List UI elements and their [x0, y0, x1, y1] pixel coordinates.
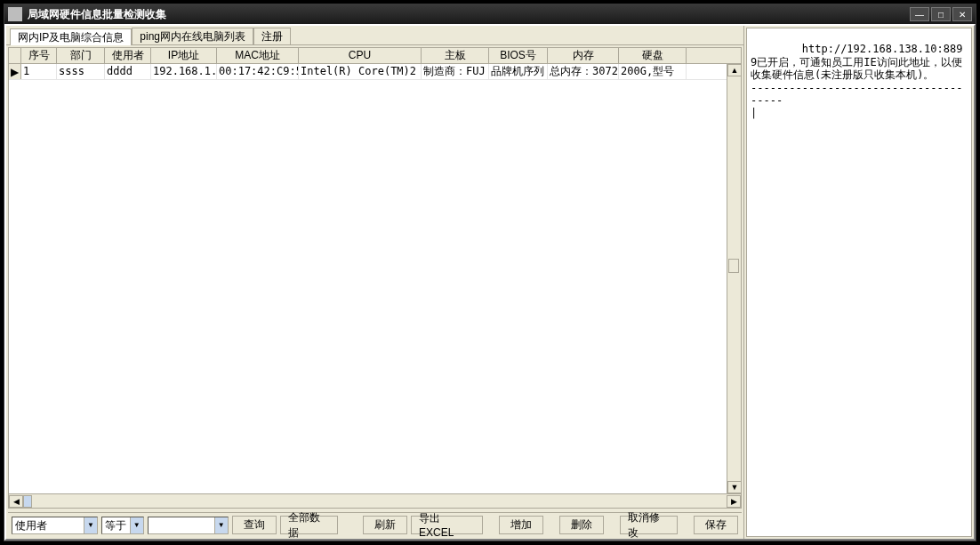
cell[interactable]: 总内存：3072	[548, 64, 619, 80]
filter-field-combo[interactable]: 使用者 ▼	[12, 517, 98, 534]
column-header[interactable]	[9, 48, 21, 64]
column-header[interactable]: 硬盘	[619, 48, 687, 64]
horizontal-scrollbar[interactable]: ◀ ▶	[9, 493, 741, 508]
tab-register[interactable]: 注册	[253, 28, 291, 44]
column-header[interactable]: 主板	[422, 48, 489, 64]
row-indicator-icon: ▶	[9, 64, 21, 79]
app-icon	[8, 7, 22, 21]
column-header[interactable]: 内存	[548, 48, 619, 64]
column-header[interactable]: 使用者	[105, 48, 151, 64]
filter-op-value: 等于	[102, 517, 130, 533]
add-button[interactable]: 增加	[499, 516, 543, 534]
log-text: http://192.168.138.10:8899已开启，可通知员工用IE访问…	[751, 43, 962, 119]
tab-ping-list[interactable]: ping网内在线电脑列表	[132, 28, 253, 44]
cell[interactable]: 1	[21, 64, 57, 80]
column-header[interactable]: IP地址	[151, 48, 217, 64]
cell[interactable]: 192.168.1.10	[151, 64, 217, 80]
refresh-button[interactable]: 刷新	[363, 516, 407, 534]
query-button[interactable]: 查询	[232, 516, 277, 534]
filter-value-text	[149, 517, 214, 533]
scroll-left-button[interactable]: ◀	[9, 495, 23, 508]
cell[interactable]: 制造商：FUJ	[422, 64, 489, 80]
all-data-button[interactable]: 全部数据	[280, 516, 339, 534]
scroll-up-button[interactable]: ▲	[727, 64, 742, 76]
data-grid[interactable]: 序号部门使用者IP地址MAC地址CPU主板BIOS号内存硬盘 ▶1ssssddd…	[8, 47, 742, 509]
titlebar: 局域网硬件信息批量检测收集 — □ ✕	[4, 4, 976, 24]
tab-row: 网内IP及电脑综合信息 ping网内在线电脑列表 注册	[6, 26, 743, 45]
window-title: 局域网硬件信息批量检测收集	[28, 7, 910, 22]
cell[interactable]: 品牌机序列	[489, 64, 548, 80]
column-header[interactable]: BIOS号	[489, 48, 548, 64]
log-panel[interactable]: http://192.168.138.10:8899已开启，可通知员工用IE访问…	[746, 28, 972, 537]
bottom-toolbar: 使用者 ▼ 等于 ▼ ▼ 查询 全部数据 刷新 导出EXCEL	[8, 512, 742, 537]
cell[interactable]: 00:17:42:C9:57	[217, 64, 299, 80]
column-header[interactable]: MAC地址	[217, 48, 299, 64]
column-header[interactable]: 部门	[57, 48, 105, 64]
export-excel-button[interactable]: 导出EXCEL	[411, 516, 483, 534]
vertical-scrollbar[interactable]: ▲ ▼	[727, 64, 741, 493]
save-button[interactable]: 保存	[694, 516, 738, 534]
cancel-edit-button[interactable]: 取消修改	[620, 516, 679, 534]
scroll-down-button[interactable]: ▼	[727, 481, 742, 493]
grid-header: 序号部门使用者IP地址MAC地址CPU主板BIOS号内存硬盘	[9, 48, 741, 64]
scroll-thumb[interactable]	[728, 259, 739, 273]
cell[interactable]: 200G,型号	[619, 64, 687, 80]
filter-op-combo[interactable]: 等于 ▼	[101, 517, 144, 534]
chevron-down-icon[interactable]: ▼	[84, 517, 97, 533]
scroll-right-button[interactable]: ▶	[727, 495, 741, 508]
cell[interactable]: dddd	[105, 64, 151, 80]
minimize-button[interactable]: —	[910, 7, 929, 21]
grid-body[interactable]: ▶1ssssdddd192.168.1.1000:17:42:C9:57Inte…	[9, 64, 741, 493]
maximize-button[interactable]: □	[931, 7, 951, 21]
filter-field-value: 使用者	[12, 517, 84, 533]
column-header[interactable]: CPU	[299, 48, 422, 64]
tab-ip-info[interactable]: 网内IP及电脑综合信息	[10, 28, 132, 45]
column-header[interactable]: 序号	[21, 48, 57, 64]
hscroll-thumb[interactable]	[23, 495, 32, 508]
delete-button[interactable]: 删除	[559, 516, 604, 534]
close-button[interactable]: ✕	[952, 7, 972, 21]
table-row[interactable]: ▶1ssssdddd192.168.1.1000:17:42:C9:57Inte…	[9, 64, 741, 80]
chevron-down-icon[interactable]: ▼	[130, 517, 143, 533]
chevron-down-icon[interactable]: ▼	[214, 517, 228, 533]
filter-value-combo[interactable]: ▼	[148, 517, 229, 534]
cell[interactable]: ssss	[57, 64, 105, 80]
cell[interactable]: Intel(R) Core(TM)2	[299, 64, 422, 80]
